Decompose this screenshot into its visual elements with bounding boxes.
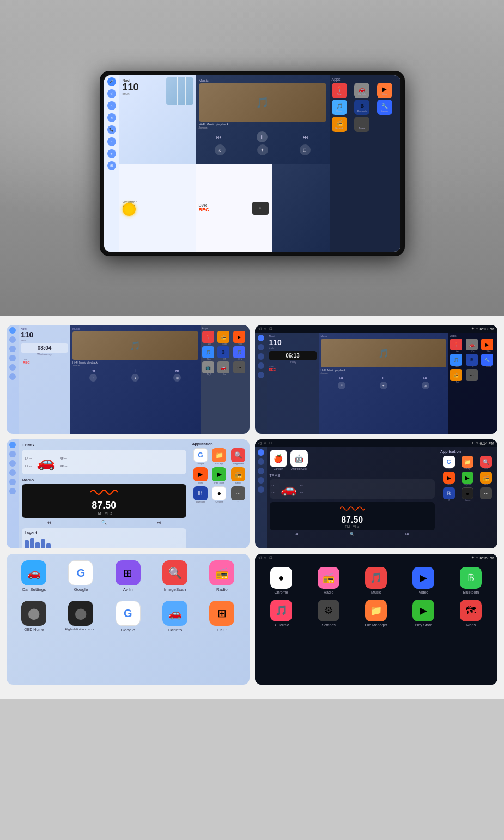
launch-google[interactable]: G Google xyxy=(60,560,101,592)
tpms-body: LF --- LR --- 🚗 RF --- RR --- xyxy=(22,450,186,474)
mini-app-navi-l[interactable]: 📍Navi xyxy=(202,331,217,345)
mini-album-light: 🎵 xyxy=(72,331,198,360)
launch-radio[interactable]: 📻 Radio xyxy=(201,560,242,592)
dl-bt[interactable]: 𝔹 Bluetooth xyxy=(450,567,492,594)
bar-3 xyxy=(35,542,40,548)
mini-app-bt-l[interactable]: 𝔹BT xyxy=(217,346,232,360)
music-play-btn[interactable]: ⏸ xyxy=(257,131,268,142)
play-store-dark[interactable]: ▶ Ploy Store xyxy=(459,472,476,486)
app-video-2[interactable]: ▶ Video xyxy=(192,467,209,484)
app-music[interactable]: 🎵Music xyxy=(332,100,347,115)
launch-avin[interactable]: ⊞ Av In xyxy=(107,560,149,592)
app-video[interactable]: ▶Video xyxy=(377,83,392,98)
apps-grid: 📍Navi 🚗Car Info ▶Video 🎵Music 𝔹Bluetooth… xyxy=(332,83,398,132)
app-playstore[interactable]: ▶ Play Store xyxy=(211,467,228,484)
app-filemanager[interactable]: 📁 File Mgr xyxy=(211,448,228,465)
dl-maps[interactable]: 🗺 Maps xyxy=(450,600,492,627)
radio-prev[interactable]: ⏮ xyxy=(47,520,51,525)
music-card: Music 🎵 Hi-Fi Music playback Junsun ⏮ ⏸ … xyxy=(196,75,330,164)
music-nav-icon[interactable]: ♫ xyxy=(107,113,116,122)
home-icon[interactable]: ○ xyxy=(107,101,116,110)
launch-obd[interactable]: ⬤ OBD Home xyxy=(13,601,54,632)
mini-sb-nav[interactable] xyxy=(9,336,16,343)
app-navi[interactable]: 📍Navi xyxy=(332,83,347,98)
sc-tpms-body: TPMS LF --- LR --- 🚗 RF --- RR --- xyxy=(7,439,250,548)
screenshots-section: Navi 110 km/h 08:04 Wednesday DVR REC xyxy=(0,316,504,699)
app-imagescan[interactable]: 🔍 ImageScan xyxy=(230,448,247,465)
app-bt[interactable]: 𝔹Bluetooth xyxy=(354,100,369,115)
tpms-vals-right: RF --- RR --- xyxy=(60,457,68,468)
layout-bars xyxy=(25,537,184,548)
mini-app-avin-l[interactable]: 📺AV_IN xyxy=(202,361,217,376)
screenshot-dark-launcher-full: ◁ ○ □ ✦ ▿ 6:15 PM ● Chrome xyxy=(255,554,498,685)
bar-2 xyxy=(30,538,34,548)
tpms-vals-left: LF --- LR --- xyxy=(25,457,32,468)
launch-carinfo[interactable]: 🚗 CarInfo xyxy=(154,601,196,632)
radio-next[interactable]: ⏭ xyxy=(157,520,161,525)
dl-btmusic[interactable]: 🎵 BT Music xyxy=(260,600,302,627)
app-junsun[interactable]: 🔧Junsun xyxy=(377,100,392,115)
mini-app-car-l[interactable]: 🚗Car xyxy=(217,361,232,376)
phone-nav-icon[interactable]: 📞 xyxy=(107,125,116,134)
mini-app-btm-l[interactable]: 🎵BT M xyxy=(233,346,248,360)
mini-app-more-l[interactable]: ⋯··· xyxy=(233,361,248,376)
mini-app-video-l[interactable]: ▶Video xyxy=(233,331,248,345)
mini-music-light: Music 🎵 Hi-Fi Music playback Junsun ⏮ ⏸ … xyxy=(70,325,201,434)
launch-car-settings[interactable]: 🚗 Car Settings xyxy=(13,560,54,592)
dl-playstore[interactable]: ▶ Play Store xyxy=(403,600,445,627)
app-chrome[interactable]: ● Chrome xyxy=(211,486,228,503)
mini-sb-mic[interactable] xyxy=(9,327,16,334)
vol-down-icon[interactable]: － xyxy=(107,137,116,146)
status-recent[interactable]: □ xyxy=(270,327,272,331)
mini-sb-apps[interactable] xyxy=(9,373,16,380)
apps-nav-icon[interactable]: ⊞ xyxy=(107,161,116,170)
launch-hd-record[interactable]: ⬤ High definition recor... xyxy=(60,601,101,632)
music-artist: Junsun xyxy=(199,126,326,129)
radio-title: Radio xyxy=(22,478,186,482)
vol-up-icon[interactable]: ＋ xyxy=(107,149,116,158)
status-home[interactable]: ○ xyxy=(264,327,266,331)
radio-wave-svg xyxy=(90,487,118,498)
dl-video[interactable]: ▶ Video xyxy=(403,567,445,594)
launch-dsp[interactable]: ⊞ DSP xyxy=(201,601,242,632)
radio-search[interactable]: 🔍 xyxy=(101,520,107,525)
music-extra-1[interactable]: ♫ xyxy=(215,144,226,155)
dl-filemanager[interactable]: 📁 File Manager xyxy=(355,600,397,627)
mini-clock-l: 08:04 xyxy=(21,343,68,353)
mini-unit-l: km/h xyxy=(21,339,68,342)
app-more[interactable]: ⋯Toppal xyxy=(354,117,369,132)
nav-icon[interactable]: ◁ xyxy=(107,89,116,98)
music-extra-3[interactable]: ⊞ xyxy=(300,144,311,155)
mini-navi-light: Navi 110 km/h 08:04 Wednesday DVR REC xyxy=(19,325,70,434)
screen-sidebar: 🎤 ◁ ○ ♫ 📞 － ＋ ⊞ xyxy=(104,75,119,252)
dl-music[interactable]: 🎵 Music xyxy=(355,567,397,594)
mini-app-radio-l[interactable]: 📻Radio xyxy=(217,331,232,345)
bar-4 xyxy=(41,539,45,548)
app-carinfo[interactable]: 🚗Car Info xyxy=(354,83,369,98)
mini-sb-home[interactable] xyxy=(9,346,16,352)
music-next-btn[interactable]: ⏭ xyxy=(303,134,308,140)
status-bar-launcher: ◁ ○ □ ✦ ▿ 6:15 PM xyxy=(255,554,498,561)
light-launcher-content: 🚗 Car Settings G Google ⊞ Av In 🔍 ImageS… xyxy=(7,554,250,685)
music-prev-btn[interactable]: ⏮ xyxy=(216,134,222,140)
music-extra-2[interactable]: ✦ xyxy=(257,144,268,155)
launch-google-2[interactable]: G Google xyxy=(107,601,149,632)
app-radio-2[interactable]: 📻 Radio xyxy=(230,467,247,484)
carplay-icon[interactable]: 🍎 Carplay xyxy=(270,450,287,470)
android-auto-icon[interactable]: 🤖 Android Auto xyxy=(290,450,308,470)
dl-radio[interactable]: 📻 Radio xyxy=(308,567,350,594)
radio-unit: FM MHz xyxy=(25,511,184,515)
app-fm[interactable]: 📻Network xyxy=(332,117,347,132)
launch-imagescan[interactable]: 🔍 ImageScan xyxy=(154,560,196,592)
app-more-2[interactable]: ··· ··· xyxy=(230,486,247,503)
dl-settings[interactable]: ⚙ Settings xyxy=(308,600,350,627)
app-google[interactable]: G Google xyxy=(192,448,209,465)
apps-section-grid: G Google 📁 File Mgr 🔍 ImageScan xyxy=(192,448,247,503)
app-bt-2[interactable]: 𝔹 Bluetooth xyxy=(192,486,209,503)
mini-app-music-l[interactable]: 🎵Music xyxy=(202,346,217,360)
mini-sb-music[interactable] xyxy=(9,355,16,361)
status-back[interactable]: ◁ xyxy=(258,327,261,331)
dl-chrome[interactable]: ● Chrome xyxy=(260,567,302,594)
mini-sb-phone[interactable] xyxy=(9,364,16,371)
mic-icon[interactable]: 🎤 xyxy=(107,77,116,86)
